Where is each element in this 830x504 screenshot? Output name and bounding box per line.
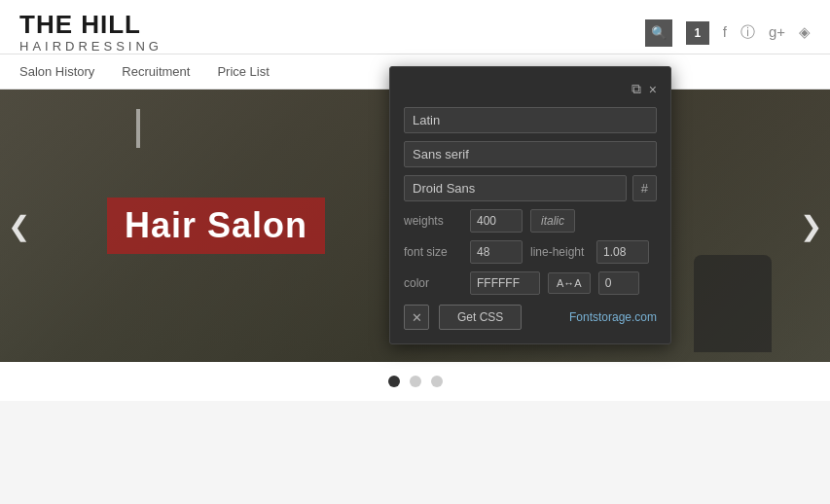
font-name-input[interactable] bbox=[404, 175, 627, 201]
panel-close-button[interactable]: × bbox=[649, 81, 657, 97]
slide-dot-1[interactable] bbox=[388, 376, 400, 387]
tracking-arrow-button[interactable]: A↔A bbox=[548, 272, 591, 294]
header-right: 🔍 1 f ⓘ g+ ◈ bbox=[645, 19, 811, 47]
panel-restore-button[interactable]: ⧉ bbox=[632, 81, 641, 97]
instagram-icon[interactable]: ⓘ bbox=[740, 23, 755, 42]
language-input[interactable] bbox=[404, 107, 657, 133]
color-input[interactable] bbox=[470, 271, 540, 295]
tracking-input[interactable] bbox=[598, 271, 639, 295]
pinterest-icon[interactable]: ◈ bbox=[799, 23, 811, 42]
logo-line1: THE HILL bbox=[19, 12, 162, 37]
salon-chair-decoration bbox=[694, 255, 772, 352]
next-slide-button[interactable]: ❯ bbox=[800, 210, 822, 242]
header: THE HILL HAIRDRESSING 🔍 1 f ⓘ g+ ◈ bbox=[0, 0, 830, 54]
line-height-label: line-height bbox=[530, 245, 589, 259]
weights-label: weights bbox=[404, 214, 462, 228]
nav-price-list[interactable]: Price List bbox=[217, 64, 269, 79]
font-family-input[interactable] bbox=[404, 141, 657, 167]
slide-indicators bbox=[0, 362, 830, 401]
slide-dot-2[interactable] bbox=[410, 376, 421, 387]
get-css-button[interactable]: Get CSS bbox=[439, 305, 522, 330]
italic-button[interactable]: italic bbox=[530, 209, 575, 233]
fontstorage-link[interactable]: Fontstorage.com bbox=[569, 310, 657, 324]
panel-title-bar: ⧉ × bbox=[404, 81, 657, 97]
salon-light-decoration bbox=[136, 109, 140, 148]
font-size-label: font size bbox=[404, 245, 462, 259]
color-row: color A↔A bbox=[404, 271, 657, 295]
font-name-row: # bbox=[404, 175, 657, 201]
hash-button[interactable]: # bbox=[632, 175, 657, 201]
notification-badge[interactable]: 1 bbox=[686, 21, 709, 45]
family-row bbox=[404, 141, 657, 167]
googleplus-icon[interactable]: g+ bbox=[769, 23, 785, 42]
nav-recruitment[interactable]: Recruitment bbox=[122, 64, 190, 79]
language-row bbox=[404, 107, 657, 133]
facebook-icon[interactable]: f bbox=[723, 23, 727, 42]
font-size-input[interactable] bbox=[470, 240, 523, 264]
search-button[interactable]: 🔍 bbox=[645, 19, 672, 47]
weights-input[interactable] bbox=[470, 209, 523, 233]
color-label: color bbox=[404, 276, 462, 290]
nav-salon-history[interactable]: Salon History bbox=[19, 64, 94, 79]
font-panel: ⧉ × # weights italic font size line-heig… bbox=[389, 66, 671, 344]
prev-slide-button[interactable]: ❮ bbox=[8, 210, 30, 242]
slide-heading: Hair Salon bbox=[107, 198, 325, 254]
line-height-input[interactable] bbox=[596, 240, 649, 264]
footer-close-button[interactable]: ✕ bbox=[404, 305, 429, 330]
logo-block: THE HILL HAIRDRESSING bbox=[19, 12, 162, 54]
social-icons: f ⓘ g+ ◈ bbox=[723, 23, 811, 42]
font-size-row: font size line-height bbox=[404, 240, 657, 264]
slide-dot-3[interactable] bbox=[431, 376, 443, 387]
logo-line2: HAIRDRESSING bbox=[19, 39, 162, 54]
panel-footer: ✕ Get CSS Fontstorage.com bbox=[404, 305, 657, 330]
weights-row: weights italic bbox=[404, 209, 657, 233]
